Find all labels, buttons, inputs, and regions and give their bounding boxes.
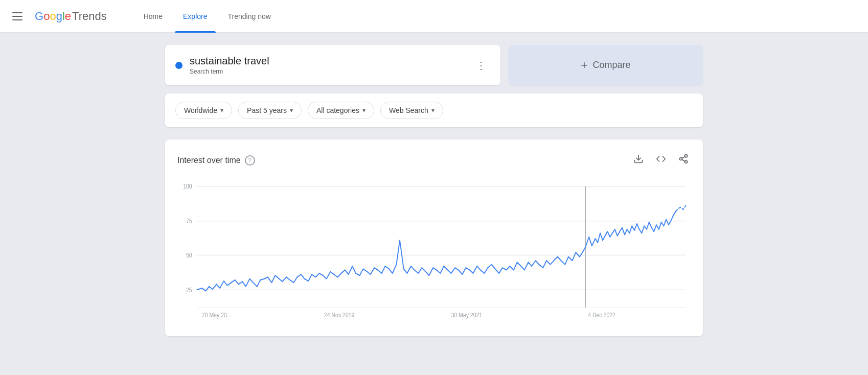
chart-title: Interest over time xyxy=(177,156,241,165)
embed-button[interactable] xyxy=(654,152,668,169)
svg-text:50: 50 xyxy=(186,252,192,259)
main-content: sustainable travel Search term ⋮ + Compa… xyxy=(0,33,868,375)
svg-text:75: 75 xyxy=(186,218,192,224)
compare-plus-icon: + xyxy=(581,59,588,72)
svg-text:25: 25 xyxy=(186,287,192,293)
hamburger-button[interactable] xyxy=(8,8,27,25)
trends-wordmark: Trends xyxy=(72,10,107,23)
filter-time-label: Past 5 years xyxy=(247,106,287,114)
header-left: Google Trends Home Explore Trending now xyxy=(8,0,279,33)
header: Google Trends Home Explore Trending now xyxy=(0,0,868,33)
chart-title-area: Interest over time ? xyxy=(177,155,255,166)
compare-box[interactable]: + Compare xyxy=(509,45,703,85)
nav-explore[interactable]: Explore xyxy=(175,0,215,33)
svg-text:24 Nov 2019: 24 Nov 2019 xyxy=(324,312,355,319)
google-wordmark: Google xyxy=(35,10,71,23)
svg-text:100: 100 xyxy=(183,183,192,190)
download-button[interactable] xyxy=(631,152,646,169)
filter-time-chevron: ▾ xyxy=(290,107,293,114)
filters-row: Worldwide ▾ Past 5 years ▾ All categorie… xyxy=(165,93,703,127)
filter-category-chevron: ▾ xyxy=(362,107,366,114)
more-options-button[interactable]: ⋮ xyxy=(472,58,490,73)
filter-search-type[interactable]: Web Search ▾ xyxy=(380,102,443,119)
search-box: sustainable travel Search term ⋮ xyxy=(165,45,500,85)
svg-text:30 May 2021: 30 May 2021 xyxy=(451,312,482,319)
search-dot-indicator xyxy=(175,62,182,69)
chart-actions xyxy=(631,152,691,169)
svg-text:20 May 20...: 20 May 20... xyxy=(202,312,232,319)
main-nav: Home Explore Trending now xyxy=(135,0,279,33)
search-row: sustainable travel Search term ⋮ + Compa… xyxy=(165,45,703,85)
chart-svg: 100 75 50 25 20 May 20... 24 Nov 2019 30… xyxy=(177,181,691,324)
chart-container: 100 75 50 25 20 May 20... 24 Nov 2019 30… xyxy=(177,181,691,324)
search-text-area: sustainable travel Search term xyxy=(190,55,472,75)
nav-trending-now[interactable]: Trending now xyxy=(220,0,279,33)
search-term-text: sustainable travel xyxy=(190,55,472,67)
filter-category[interactable]: All categories ▾ xyxy=(308,102,374,119)
filter-time[interactable]: Past 5 years ▾ xyxy=(238,102,302,119)
svg-line-4 xyxy=(682,159,685,161)
filter-search-type-label: Web Search xyxy=(389,106,428,114)
filter-category-label: All categories xyxy=(316,106,359,114)
filter-search-type-chevron: ▾ xyxy=(431,107,435,114)
filter-region[interactable]: Worldwide ▾ xyxy=(175,102,232,119)
share-button[interactable] xyxy=(676,152,691,169)
filter-region-chevron: ▾ xyxy=(220,107,223,114)
chart-card: Interest over time ? xyxy=(165,139,703,336)
content-area: sustainable travel Search term ⋮ + Compa… xyxy=(153,45,715,336)
svg-line-5 xyxy=(682,156,685,158)
svg-text:4 Dec 2022: 4 Dec 2022 xyxy=(588,312,615,319)
help-icon[interactable]: ? xyxy=(245,155,255,166)
google-trends-logo: Google Trends xyxy=(35,10,107,23)
compare-inner: + Compare xyxy=(581,59,631,72)
search-label-text: Search term xyxy=(190,68,472,75)
compare-label: Compare xyxy=(592,60,630,71)
chart-header: Interest over time ? xyxy=(177,152,691,169)
nav-home[interactable]: Home xyxy=(135,0,171,33)
filter-region-label: Worldwide xyxy=(184,106,217,114)
